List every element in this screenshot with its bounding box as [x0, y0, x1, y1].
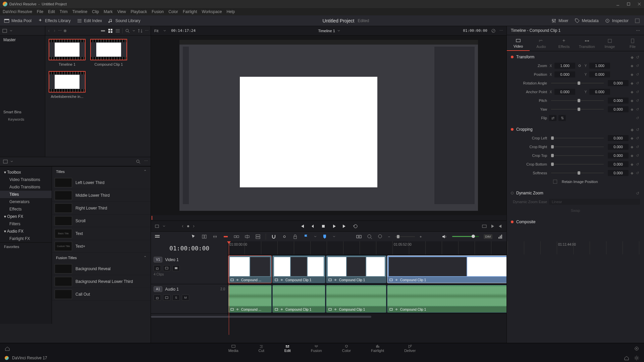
reset-icon[interactable]: ↺ [636, 191, 640, 195]
edit-index-toggle[interactable]: Edit Index [77, 18, 102, 23]
fx-category-audio-fx[interactable]: ▾ Audio FX [0, 228, 52, 235]
viewer-zoom[interactable]: Fit [154, 29, 158, 33]
fx-category-generators[interactable]: Generators [0, 198, 52, 205]
crop-bottom-slider[interactable] [551, 164, 604, 165]
zoom-slider[interactable] [395, 236, 415, 237]
keyframe-diamond-icon[interactable]: ◆ [631, 64, 635, 68]
audio-clip[interactable]: Compound Clip 1 [272, 285, 325, 313]
fx-category-video-transitions[interactable]: Video Transitions [0, 176, 52, 183]
yaw-field[interactable]: 0.000 [608, 106, 629, 112]
loop-icon[interactable] [353, 224, 358, 229]
dynamic-trim-icon[interactable] [212, 234, 218, 240]
transform-section-header[interactable]: Transform ◆↺ [511, 53, 640, 61]
fx-category-fairlight-fx[interactable]: Fairlight FX [0, 235, 52, 242]
keyframe-diamond-icon[interactable]: ◆ [631, 127, 635, 131]
track-name-a1[interactable]: Audio 1 [165, 287, 179, 292]
more-icon[interactable]: ⋯ [499, 28, 503, 33]
menu-trim[interactable]: Trim [60, 9, 68, 14]
fx-item[interactable]: Left Lower Third [52, 176, 151, 189]
fx-category-titles[interactable]: Titles [0, 191, 52, 198]
clip-thumb[interactable]: Compound Clip 1 [90, 39, 127, 66]
keywords-bin[interactable]: Keywords [0, 116, 45, 123]
reset-icon[interactable]: ↺ [636, 72, 640, 76]
fx-item[interactable]: Custom TitleText+ [52, 240, 151, 253]
fx-item[interactable]: Background Reveal Lower Third [52, 275, 151, 288]
crop-bottom-field[interactable]: 0.000 [608, 161, 629, 167]
track-lock-icon[interactable] [154, 295, 161, 301]
video-clip[interactable]: Compound Clip 1 [272, 255, 325, 283]
menu-edit[interactable]: Edit [48, 9, 55, 14]
dynamic-zoom-section-header[interactable]: Dynamic Zoom ↺ [511, 189, 640, 197]
timeline-timecode[interactable]: 01:00:00:00 [151, 241, 228, 255]
retain-position-checkbox[interactable] [553, 180, 557, 184]
video-clip[interactable]: Compound Clip 1 [387, 255, 506, 283]
mixer-toggle[interactable]: Mixer [551, 18, 568, 23]
nav-fwd-icon[interactable] [53, 29, 56, 33]
fx-category-filters[interactable]: Filters [0, 220, 52, 228]
fx-category-audio-transitions[interactable]: Audio Transitions [0, 183, 52, 191]
chevron-down-icon[interactable] [10, 160, 13, 163]
anchor-x-field[interactable]: 0.000 [554, 89, 575, 95]
chevron-down-icon[interactable] [314, 235, 317, 238]
search-icon[interactable] [125, 28, 130, 34]
reset-icon[interactable]: ↺ [636, 55, 640, 59]
menu-color[interactable]: Color [168, 9, 178, 14]
selection-tool-icon[interactable] [191, 234, 197, 240]
fx-category-open-fx[interactable]: ▾ Open FX [0, 213, 52, 220]
dim-button[interactable]: DIM [484, 234, 493, 239]
gear-icon[interactable] [634, 355, 639, 361]
media-pool-toggle[interactable]: Media Pool [4, 18, 32, 23]
volume-slider[interactable] [452, 236, 479, 237]
page-fusion[interactable]: Fusion [311, 344, 322, 353]
close-icon[interactable] [637, 2, 641, 6]
keyframe-diamond-icon[interactable]: ◆ [631, 72, 635, 76]
position-y-field[interactable]: 0.000 [589, 71, 610, 77]
composite-section-header[interactable]: Composite [511, 218, 640, 226]
chevron-down-icon[interactable] [163, 29, 166, 33]
crop-left-slider[interactable] [551, 138, 604, 138]
replace-clip-icon[interactable] [255, 234, 261, 240]
bin-list-icon[interactable] [2, 28, 7, 34]
mute-icon[interactable] [441, 234, 447, 240]
view-grid-icon[interactable] [108, 28, 113, 34]
detail-zoom-icon[interactable] [367, 234, 373, 240]
rotation-field[interactable]: 0.000 [608, 80, 629, 86]
go-out-icon[interactable] [498, 224, 503, 229]
page-edit[interactable]: Edit [284, 344, 291, 353]
snapping-icon[interactable] [271, 234, 277, 240]
view-list-icon[interactable] [115, 28, 120, 34]
track-lock-icon[interactable] [154, 265, 161, 271]
home-icon[interactable] [624, 355, 629, 361]
chevron-down-icon[interactable] [337, 29, 340, 33]
track-auto-select-icon[interactable] [163, 265, 170, 271]
minimize-icon[interactable] [616, 2, 620, 6]
flip-v-button[interactable]: ⇅ [558, 115, 566, 121]
video-clip[interactable]: Compound Clip 1 [326, 255, 386, 283]
keyframe-diamond-icon[interactable]: ◆ [631, 90, 635, 94]
media-pool-grid[interactable]: Timeline 1Compound Clip 1Arbeitsbereiche… [45, 36, 151, 157]
viewer-scrubber[interactable] [151, 215, 506, 221]
metadata-toggle[interactable]: Metadata [575, 18, 599, 23]
clip-thumb[interactable]: Arbeitsbereiche in... [49, 71, 86, 99]
chevron-down-icon[interactable] [162, 225, 166, 228]
playhead[interactable] [229, 241, 229, 335]
page-media[interactable]: Media [228, 344, 238, 353]
mark-in-out-icon[interactable] [154, 224, 160, 229]
crop-top-field[interactable]: 0.000 [608, 153, 629, 159]
sound-library-toggle[interactable]: Sound Library [108, 18, 141, 23]
menu-mark[interactable]: Mark [104, 9, 113, 14]
more-icon[interactable]: ⋯ [144, 159, 148, 164]
inspector-tab-audio[interactable]: Audio [530, 35, 552, 51]
fx-item[interactable]: Basic TitleText [52, 227, 151, 240]
fx-item[interactable]: Right Lower Third [52, 202, 151, 215]
view-strip-icon[interactable] [100, 28, 106, 34]
master-bin[interactable]: Master [0, 36, 45, 44]
zoom-to-fit-icon[interactable] [356, 234, 362, 240]
section-disabled-dot-icon[interactable] [511, 192, 514, 194]
crop-softness-field[interactable]: 0.000 [608, 170, 629, 176]
overwrite-clip-icon[interactable] [244, 234, 250, 240]
nav-back-icon[interactable] [47, 29, 51, 33]
inspector-tab-image[interactable]: Image [598, 35, 621, 51]
audio-meter-icon[interactable] [497, 234, 503, 240]
prev-marker-icon[interactable] [181, 225, 184, 228]
